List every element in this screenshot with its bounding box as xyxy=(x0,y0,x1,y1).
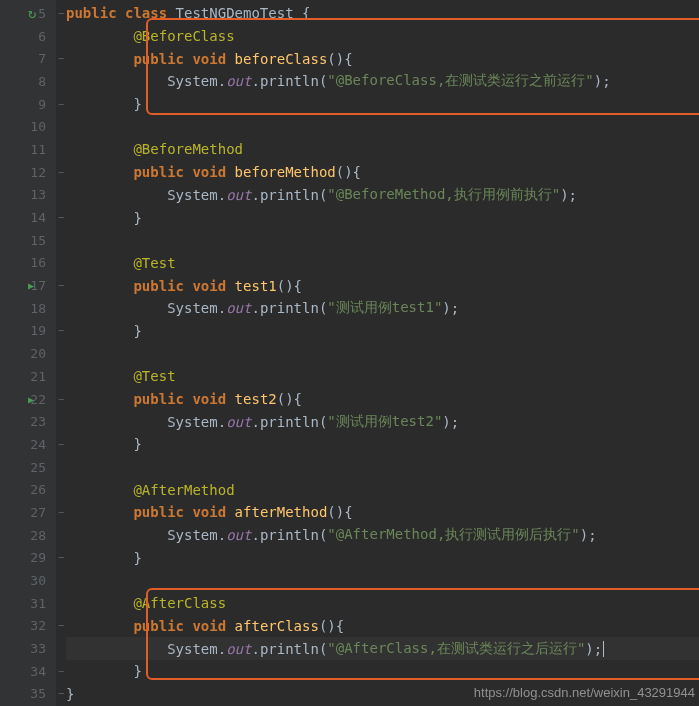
line-number: 10 xyxy=(30,119,50,134)
token-anno: @AfterClass xyxy=(133,595,226,611)
code-line[interactable]: } xyxy=(66,320,699,343)
line-number: 23 xyxy=(30,414,50,429)
token-punct: } xyxy=(133,210,141,226)
token-str: "测试用例test2" xyxy=(327,413,442,431)
indent xyxy=(66,595,133,611)
gutter-row: 20 xyxy=(0,342,56,365)
token-punct: ); xyxy=(585,641,602,657)
indent xyxy=(66,414,167,430)
token-static-field: out xyxy=(226,527,251,543)
gutter-row: ↻5− xyxy=(0,2,56,25)
indent xyxy=(66,141,133,157)
code-line[interactable]: System.out.println("@BeforeMethod,执行用例前执… xyxy=(66,184,699,207)
code-line[interactable]: public void beforeMethod(){ xyxy=(66,161,699,184)
indent xyxy=(66,641,167,657)
indent xyxy=(66,504,133,520)
indent xyxy=(66,278,133,294)
token-method: beforeMethod xyxy=(235,164,336,180)
code-line[interactable]: System.out.println("@AfterMethod,执行测试用例后… xyxy=(66,524,699,547)
run-icon[interactable]: ▶ xyxy=(28,394,34,405)
code-line[interactable]: } xyxy=(66,547,699,570)
code-line[interactable]: } xyxy=(66,206,699,229)
line-number: 30 xyxy=(30,573,50,588)
line-number: 27 xyxy=(30,505,50,520)
indent xyxy=(66,51,133,67)
code-line[interactable]: System.out.println("@BeforeClass,在测试类运行之… xyxy=(66,70,699,93)
gutter-row: 16 xyxy=(0,252,56,275)
gutter-row: 18 xyxy=(0,297,56,320)
line-number: 5 xyxy=(38,6,50,21)
line-number: 19 xyxy=(30,323,50,338)
reload-icon[interactable]: ↻ xyxy=(28,5,36,21)
gutter-row: 32− xyxy=(0,615,56,638)
code-line[interactable]: } xyxy=(66,93,699,116)
token-str: "@AfterMethod,执行测试用例后执行" xyxy=(327,526,579,544)
token-static-field: out xyxy=(226,187,251,203)
code-line[interactable]: System.out.println("测试用例test2"); xyxy=(66,410,699,433)
code-line[interactable]: @BeforeClass xyxy=(66,25,699,48)
token-punct: ); xyxy=(594,73,611,89)
indent xyxy=(66,164,133,180)
code-line[interactable]: public void beforeClass(){ xyxy=(66,47,699,70)
token-kw: public void xyxy=(133,618,234,634)
gutter-row: 25 xyxy=(0,456,56,479)
token-static-field: out xyxy=(226,73,251,89)
indent xyxy=(66,663,133,679)
watermark: https://blog.csdn.net/weixin_43291944 xyxy=(474,685,695,700)
code-line[interactable]: System.out.println("@AfterClass,在测试类运行之后… xyxy=(66,637,699,660)
token-anno: @BeforeMethod xyxy=(133,141,243,157)
code-line[interactable] xyxy=(66,569,699,592)
code-line[interactable]: @AfterMethod xyxy=(66,478,699,501)
code-line[interactable]: public class TestNGDemoTest { xyxy=(66,2,699,25)
code-line[interactable]: } xyxy=(66,660,699,683)
code-line[interactable]: @Test xyxy=(66,252,699,275)
token-punct: { xyxy=(302,5,310,21)
indent xyxy=(66,368,133,384)
code-line[interactable]: @AfterClass xyxy=(66,592,699,615)
gutter-row: 35− xyxy=(0,683,56,706)
code-line[interactable]: public void test1(){ xyxy=(66,274,699,297)
code-line[interactable] xyxy=(66,342,699,365)
code-line[interactable] xyxy=(66,456,699,479)
gutter-row: 6 xyxy=(0,25,56,48)
token-kw: public void xyxy=(133,164,234,180)
run-icon[interactable]: ▶ xyxy=(28,280,34,291)
token-punct: (){ xyxy=(277,278,302,294)
token-punct: .println( xyxy=(251,641,327,657)
line-number: 32 xyxy=(30,618,50,633)
token-static-field: out xyxy=(226,641,251,657)
token-class-name: System. xyxy=(167,300,226,316)
code-line[interactable]: public void afterMethod(){ xyxy=(66,501,699,524)
line-number: 34 xyxy=(30,664,50,679)
caret xyxy=(603,641,604,657)
code-line[interactable]: public void test2(){ xyxy=(66,388,699,411)
gutter-row: 12− xyxy=(0,161,56,184)
line-number: 16 xyxy=(30,255,50,270)
gutter-row: 13 xyxy=(0,184,56,207)
indent xyxy=(66,96,133,112)
code-line[interactable] xyxy=(66,115,699,138)
gutter-row: 30 xyxy=(0,569,56,592)
code-line[interactable]: System.out.println("测试用例test1"); xyxy=(66,297,699,320)
indent xyxy=(66,210,133,226)
indent xyxy=(66,527,167,543)
gutter-row: 24− xyxy=(0,433,56,456)
indent xyxy=(66,187,167,203)
line-number: 21 xyxy=(30,369,50,384)
token-class-name: TestNGDemoTest xyxy=(176,5,302,21)
code-area[interactable]: public class TestNGDemoTest { @BeforeCla… xyxy=(56,0,699,706)
token-punct: ); xyxy=(580,527,597,543)
token-static-field: out xyxy=(226,414,251,430)
token-punct: } xyxy=(133,550,141,566)
indent xyxy=(66,28,133,44)
code-line[interactable]: @BeforeMethod xyxy=(66,138,699,161)
indent xyxy=(66,300,167,316)
code-line[interactable]: public void afterClass(){ xyxy=(66,615,699,638)
code-line[interactable]: @Test xyxy=(66,365,699,388)
line-number: 24 xyxy=(30,437,50,452)
gutter-row: 7− xyxy=(0,47,56,70)
code-line[interactable] xyxy=(66,229,699,252)
line-number: 15 xyxy=(30,233,50,248)
code-line[interactable]: } xyxy=(66,433,699,456)
indent xyxy=(66,618,133,634)
